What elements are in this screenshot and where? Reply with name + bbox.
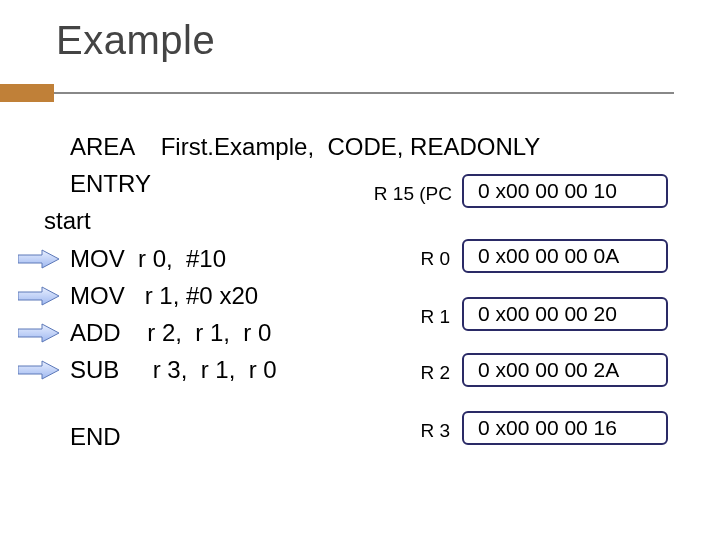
reg-label-r0: R 0 bbox=[400, 248, 450, 270]
accent-bar bbox=[0, 84, 54, 102]
page-title: Example bbox=[56, 18, 215, 63]
slide: Example AREA First.Example, CODE, READON… bbox=[0, 0, 720, 540]
reg-value-r0: 0 x00 00 00 0A bbox=[462, 239, 668, 273]
reg-value-pc: 0 x00 00 00 10 bbox=[462, 174, 668, 208]
reg-label-pc: R 15 (PC bbox=[352, 183, 452, 205]
reg-value-r1: 0 x00 00 00 20 bbox=[462, 297, 668, 331]
code-line-area: AREA First.Example, CODE, READONLY bbox=[70, 128, 540, 165]
reg-label-r1: R 1 bbox=[400, 306, 450, 328]
reg-value-r3: 0 x00 00 00 16 bbox=[462, 411, 668, 445]
title-underline bbox=[54, 92, 674, 94]
reg-label-r3: R 3 bbox=[400, 420, 450, 442]
reg-label-r2: R 2 bbox=[400, 362, 450, 384]
reg-value-r2: 0 x00 00 00 2A bbox=[462, 353, 668, 387]
code-line-start: start bbox=[44, 202, 540, 239]
